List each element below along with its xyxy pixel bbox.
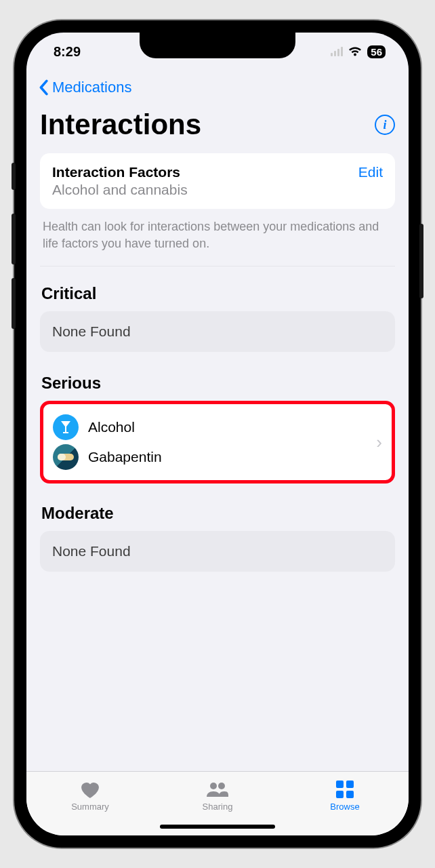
svg-rect-6 xyxy=(336,791,344,798)
factors-title: Interaction Factors xyxy=(52,164,180,180)
battery-indicator: 56 xyxy=(367,45,386,58)
chevron-right-icon: › xyxy=(376,432,382,453)
heart-icon xyxy=(79,780,102,799)
cellular-icon xyxy=(331,47,343,56)
helper-text: Health can look for interactions between… xyxy=(40,218,395,267)
section-critical-title: Critical xyxy=(41,284,395,303)
serious-interaction-row[interactable]: Alcohol Gabapentin › xyxy=(40,401,395,484)
svg-rect-5 xyxy=(346,781,354,788)
alcohol-icon xyxy=(53,414,79,440)
info-icon[interactable]: i xyxy=(375,115,395,135)
critical-none: None Found xyxy=(40,311,395,352)
edit-button[interactable]: Edit xyxy=(358,164,383,180)
back-button[interactable]: Medications xyxy=(37,71,395,108)
moderate-none: None Found xyxy=(40,531,395,572)
tab-browse[interactable]: Browse xyxy=(304,780,386,835)
status-time: 8:29 xyxy=(54,44,81,60)
interaction-factors-card: Interaction Factors Edit Alcohol and can… xyxy=(40,153,395,209)
svg-point-2 xyxy=(210,783,217,789)
page-title-row: Interactions i xyxy=(40,108,395,141)
back-label: Medications xyxy=(52,79,131,96)
chevron-left-icon xyxy=(37,79,49,96)
interaction-label: Gabapentin xyxy=(88,449,162,465)
wifi-icon xyxy=(348,46,362,57)
interaction-label: Alcohol xyxy=(88,419,135,435)
section-moderate-title: Moderate xyxy=(41,504,395,523)
svg-rect-4 xyxy=(336,781,344,788)
factors-subtitle: Alcohol and cannabis xyxy=(52,182,383,198)
grid-icon xyxy=(333,780,356,799)
tab-summary[interactable]: Summary xyxy=(49,780,131,835)
svg-point-3 xyxy=(218,783,225,789)
pill-icon xyxy=(53,444,79,470)
section-serious-title: Serious xyxy=(41,374,395,393)
page-title: Interactions xyxy=(40,108,201,141)
people-icon xyxy=(206,780,229,799)
interaction-item-alcohol: Alcohol xyxy=(53,412,376,442)
svg-rect-7 xyxy=(346,791,354,798)
svg-rect-1 xyxy=(58,454,66,460)
home-indicator[interactable] xyxy=(160,825,275,829)
interaction-item-gabapentin: Gabapentin xyxy=(53,442,376,472)
